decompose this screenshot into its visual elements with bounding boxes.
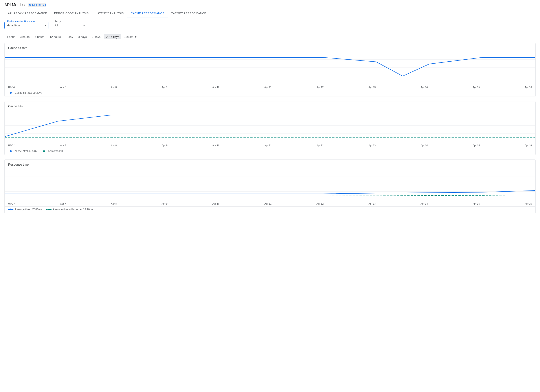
cache-hit-rate-svg xyxy=(5,52,535,83)
legend-avg-time-cache: Average time with cache: 13.76ms xyxy=(46,208,93,211)
environment-select[interactable]: default-test xyxy=(4,22,48,29)
cache-hit-rate-area xyxy=(5,50,535,85)
time-btn-12h[interactable]: 12 hours xyxy=(48,34,63,39)
proxy-select[interactable]: All xyxy=(52,22,87,29)
time-btn-custom[interactable]: Custom ▼ xyxy=(122,34,138,39)
time-btn-3d[interactable]: 3 days xyxy=(76,34,89,39)
page-title: API Metrics xyxy=(4,3,25,7)
time-btn-7d[interactable]: 7 days xyxy=(90,34,103,39)
tab-cache-performance[interactable]: CACHE PERFORMANCE xyxy=(127,9,168,18)
legend-avg-time-icon xyxy=(8,208,13,210)
refresh-label: REFRESH xyxy=(32,3,46,7)
time-btn-6h[interactable]: 6 hours xyxy=(33,34,46,39)
svg-point-16 xyxy=(10,208,12,210)
environment-filter-group: Environment or Hostname default-test ▼ xyxy=(4,22,48,29)
legend-helloworld: helloworld: 0 xyxy=(41,149,63,153)
response-time-legend: Average time: 47.83ms Average time with … xyxy=(5,206,535,213)
time-btn-14d[interactable]: ✓ 14 days xyxy=(104,34,121,39)
proxy-label: Proxy xyxy=(54,20,62,23)
legend-helloworld-label: helloworld: 0 xyxy=(48,149,63,153)
time-btn-14d-label: 14 days xyxy=(109,35,119,39)
response-time-svg xyxy=(5,169,535,199)
custom-label: Custom xyxy=(123,35,133,39)
legend-cache-httpbin: cache-httpbin: 5.8k xyxy=(8,149,37,153)
charts-section: Cache hit rate UTC-4 Apr 7 Apr 8 Apr 9 A… xyxy=(0,43,540,222)
response-time-area xyxy=(5,166,535,202)
refresh-icon: ↻ xyxy=(29,3,31,7)
cache-hit-rate-legend: Cache hit rate: 99.33% xyxy=(5,90,535,97)
svg-rect-18 xyxy=(48,209,50,210)
tab-latency[interactable]: LATENCY ANALYSIS xyxy=(92,9,127,18)
legend-helloworld-icon xyxy=(41,150,47,152)
filter-bar: Environment or Hostname default-test ▼ P… xyxy=(0,18,540,33)
time-btn-3h[interactable]: 3 hours xyxy=(18,34,32,39)
legend-cache-httpbin-label: cache-httpbin: 5.8k xyxy=(15,149,37,153)
cache-hits-chart: Cache hits UTC-4 Apr 7 Apr 8 Apr 9 Apr 1… xyxy=(4,101,536,155)
svg-rect-11 xyxy=(43,150,45,152)
legend-cache-hit-rate: Cache hit rate: 99.33% xyxy=(8,91,42,94)
cache-hits-title: Cache hits xyxy=(5,101,535,108)
legend-avg-time-label: Average time: 47.83ms xyxy=(15,208,42,211)
tab-error-code[interactable]: ERROR CODE ANALYSIS xyxy=(51,9,92,18)
time-btn-1h[interactable]: 1 hour xyxy=(4,34,17,39)
legend-avg-time-cache-label: Average time with cache: 13.76ms xyxy=(53,208,93,211)
cache-hit-rate-x-axis: UTC-4 Apr 7 Apr 8 Apr 9 Apr 10 Apr 11 Ap… xyxy=(5,85,535,90)
tab-target[interactable]: TARGET PERFORMANCE xyxy=(168,9,210,18)
custom-dropdown-icon: ▼ xyxy=(134,35,137,39)
svg-point-4 xyxy=(10,92,12,94)
cache-hits-x-axis: UTC-4 Apr 7 Apr 8 Apr 9 Apr 10 Apr 11 Ap… xyxy=(5,143,535,148)
cache-hit-rate-chart: Cache hit rate UTC-4 Apr 7 Apr 8 Apr 9 A… xyxy=(4,43,536,97)
cache-hits-area xyxy=(5,108,535,143)
time-btn-1d[interactable]: 1 day xyxy=(64,34,75,39)
proxy-filter-group: Proxy All ▼ xyxy=(52,22,87,29)
cache-hits-svg xyxy=(5,110,535,141)
cache-hit-rate-title: Cache hit rate xyxy=(5,43,535,50)
svg-point-9 xyxy=(10,150,12,152)
response-time-title: Response time xyxy=(5,160,535,166)
legend-avg-time-cache-icon xyxy=(46,208,51,210)
page-header: API Metrics ↻ REFRESH xyxy=(0,0,540,9)
tab-api-proxy[interactable]: API PROXY PERFORMANCE xyxy=(4,9,51,18)
legend-cache-hit-rate-icon xyxy=(8,92,13,94)
legend-avg-time: Average time: 47.83ms xyxy=(8,208,42,211)
cache-hits-legend: cache-httpbin: 5.8k helloworld: 0 xyxy=(5,148,535,155)
legend-cache-hit-rate-label: Cache hit rate: 99.33% xyxy=(15,91,42,94)
refresh-button[interactable]: ↻ REFRESH xyxy=(28,3,46,7)
legend-cache-httpbin-icon xyxy=(8,150,13,152)
response-time-chart: Response time UTC-4 Apr 7 Apr 8 Apr 9 Ap… xyxy=(4,159,536,213)
response-time-x-axis: UTC-4 Apr 7 Apr 8 Apr 9 Apr 10 Apr 11 Ap… xyxy=(5,202,535,206)
tab-bar: API PROXY PERFORMANCE ERROR CODE ANALYSI… xyxy=(0,9,540,18)
checkmark-icon: ✓ xyxy=(106,35,108,39)
time-filter-bar: 1 hour 3 hours 6 hours 12 hours 1 day 3 … xyxy=(0,33,540,43)
environment-label: Environment or Hostname xyxy=(6,20,36,23)
